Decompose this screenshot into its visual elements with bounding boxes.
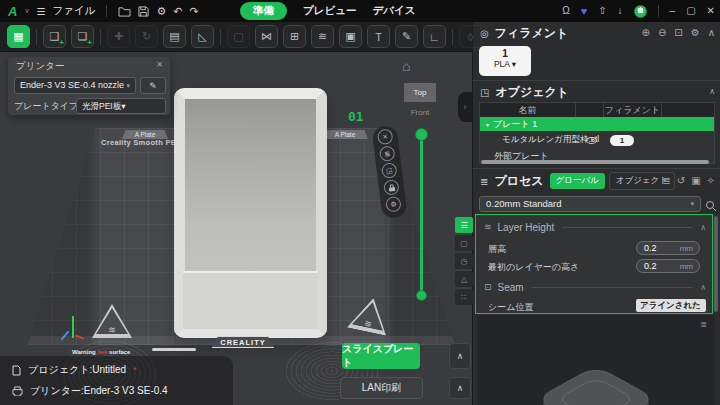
- section-layer-height[interactable]: ≋ Layer Height ∧: [476, 221, 712, 233]
- advanced-settings-button[interactable]: ≣: [662, 176, 670, 186]
- minimize-button[interactable]: –: [670, 6, 676, 16]
- model-3d[interactable]: [174, 88, 327, 338]
- hollow-button[interactable]: ▣: [339, 25, 362, 48]
- right-panel: ◎ フィラメント ⊕⊖⊡⚙∧ 1 PLA ▾ ◳ オブジェクト ∧ 名前 フィラ…: [472, 22, 720, 405]
- open-file-icon[interactable]: [118, 6, 131, 17]
- category-strength-tab[interactable]: ▢: [455, 235, 473, 251]
- category-support-tab[interactable]: △: [455, 271, 473, 287]
- seam-paint-button[interactable]: ◊: [459, 25, 482, 48]
- view-top-button[interactable]: Top: [404, 83, 436, 102]
- add-model-button[interactable]: ❑+: [43, 25, 66, 48]
- support-headset-icon[interactable]: Ω: [562, 6, 569, 16]
- plate-lock-button[interactable]: [383, 179, 400, 196]
- plate-auto-arrange-button[interactable]: ◲: [381, 162, 398, 179]
- collapse-section-icon[interactable]: ∧: [700, 283, 706, 292]
- visibility-eye-icon[interactable]: [586, 137, 597, 144]
- upload-model-icon[interactable]: ⇧: [598, 6, 606, 16]
- table-row-model[interactable]: モルタルレンガ用型枠.stl 1: [480, 131, 714, 149]
- settings-gear-icon[interactable]: ⚙: [156, 6, 166, 17]
- membership-heart-icon[interactable]: ♥: [581, 6, 588, 17]
- lan-print-button[interactable]: LAN印刷: [340, 377, 423, 399]
- first-layer-height-input[interactable]: 0.2 mm: [636, 259, 700, 273]
- reset-process-button[interactable]: ↺: [677, 176, 685, 186]
- filament-slot-1[interactable]: 1 PLA ▾: [479, 46, 531, 76]
- close-button[interactable]: ✕: [707, 6, 715, 16]
- layer-height-input[interactable]: 0.2 mm: [636, 241, 700, 255]
- category-quality-tab[interactable]: ☰: [455, 217, 473, 233]
- column-filament: フィラメント: [604, 103, 662, 117]
- auto-arrange-button[interactable]: ▤: [163, 25, 186, 48]
- divider: [473, 80, 720, 81]
- plate-tab-right[interactable]: A Plate: [322, 130, 368, 139]
- print-options-button[interactable]: ∧: [449, 377, 471, 399]
- support-button[interactable]: ≋: [311, 25, 334, 48]
- avatar[interactable]: [634, 5, 647, 18]
- rotate-button[interactable]: ↻: [135, 25, 158, 48]
- printer-select[interactable]: Ender-3 V3 SE-0.4 nozzle▾: [14, 77, 136, 94]
- scale-button[interactable]: ▢: [227, 25, 250, 48]
- tab-global[interactable]: グローバル: [550, 173, 605, 189]
- filament-settings-button[interactable]: ⚙: [691, 28, 700, 38]
- viewport-3d[interactable]: A Plate A Plate 01 Creality Smooth PEI P…: [0, 52, 472, 405]
- mirror-button[interactable]: ⋈: [255, 25, 278, 48]
- filament-material-select[interactable]: PLA ▾: [479, 59, 531, 69]
- redo-icon[interactable]: ↷: [190, 6, 199, 17]
- plate-type-select[interactable]: 光滑PEI板▾: [76, 98, 166, 114]
- preset-select[interactable]: 0.20mm Standard▾: [479, 196, 701, 212]
- plate-list-button[interactable]: ≣: [379, 145, 396, 162]
- table-row-plate-1[interactable]: ▾ プレート 1: [480, 117, 714, 131]
- plate-close-button[interactable]: ✕: [377, 128, 394, 145]
- tab-device[interactable]: デバイス: [372, 4, 415, 18]
- collapse-object-button[interactable]: ∧: [709, 88, 715, 96]
- height-slider-handle-top[interactable]: [415, 128, 428, 141]
- model-front-wall: [183, 271, 318, 329]
- download-icon[interactable]: ↓: [618, 6, 623, 16]
- clone-button[interactable]: ⊞: [283, 25, 306, 48]
- horizontal-scrollbar[interactable]: [481, 160, 709, 164]
- add-filament-button[interactable]: ⊕: [642, 28, 650, 38]
- save-preset-button[interactable]: ▣: [691, 176, 700, 186]
- plate-settings-button[interactable]: ⚙: [385, 196, 402, 213]
- category-others-tab[interactable]: ∷: [455, 289, 473, 305]
- file-menu[interactable]: ファイル: [52, 4, 95, 18]
- chevron-down-icon: ▾: [486, 121, 489, 128]
- collapse-section-icon[interactable]: ∧: [700, 223, 706, 232]
- lay-on-face-button[interactable]: ◺: [191, 25, 214, 48]
- slice-options-button[interactable]: ∧: [449, 343, 471, 369]
- maximize-button[interactable]: ▢: [686, 6, 695, 16]
- edit-printer-button[interactable]: ✎: [140, 77, 166, 94]
- slice-plate-button[interactable]: スライスプレート: [342, 343, 420, 369]
- add-plate-button[interactable]: ❏+: [71, 25, 94, 48]
- measure-button[interactable]: ∟: [423, 25, 446, 48]
- seam-position-select[interactable]: アラインされた ▾: [636, 299, 706, 312]
- text-tool-button[interactable]: T: [367, 25, 390, 48]
- tab-prepare[interactable]: 準備: [240, 2, 287, 20]
- height-slider-track[interactable]: [420, 134, 423, 292]
- sync-filament-button[interactable]: ⊡: [674, 28, 682, 38]
- filament-slot-number: 1: [479, 48, 531, 59]
- warning-hot-surface-text: Warninghotsurface: [72, 349, 130, 355]
- vertical-scrollbar[interactable]: [714, 216, 718, 312]
- hamburger-menu-icon[interactable]: ☰: [37, 6, 46, 17]
- home-view-icon[interactable]: ⌂: [402, 58, 410, 74]
- filament-assignment-pill[interactable]: 1: [610, 135, 634, 146]
- prepare-plate-button[interactable]: ▦: [7, 25, 30, 48]
- optimize-button[interactable]: ✧: [707, 176, 715, 186]
- view-front-button[interactable]: Front: [404, 104, 436, 122]
- tab-preview[interactable]: プレビュー: [303, 4, 356, 18]
- caret-down-icon: ▾: [121, 101, 125, 111]
- remove-filament-button[interactable]: ⊖: [658, 28, 666, 38]
- close-icon[interactable]: ✕: [156, 60, 163, 69]
- status-overlay: プロジェクト:Untitled* プリンター:Ender-3 V3 SE-0.4: [0, 356, 233, 405]
- height-slider-handle-bottom[interactable]: [416, 290, 427, 301]
- move-button[interactable]: ✚: [107, 25, 130, 48]
- panel-collapse-handle[interactable]: ›: [458, 92, 472, 122]
- category-speed-tab[interactable]: ◷: [455, 253, 473, 269]
- section-seam[interactable]: ⊡ Seam ∧: [476, 281, 712, 293]
- paint-button[interactable]: ✎: [395, 25, 418, 48]
- save-icon[interactable]: [138, 6, 149, 17]
- undo-icon[interactable]: ↶: [173, 6, 182, 17]
- preview-more-icon[interactable]: ≣: [700, 320, 707, 329]
- chevron-down-icon[interactable]: ∨: [24, 7, 29, 15]
- collapse-filament-button[interactable]: ∧: [708, 28, 715, 38]
